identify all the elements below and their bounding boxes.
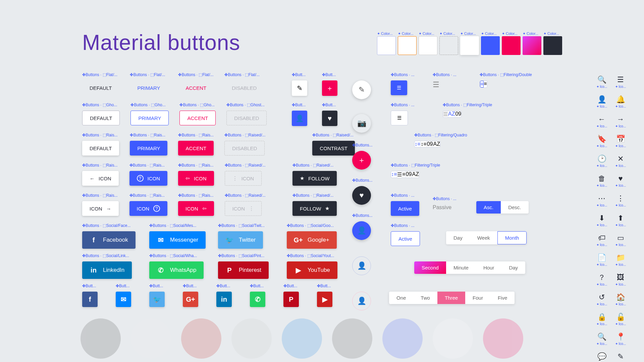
person-icon-button[interactable]: 👤 xyxy=(292,111,307,126)
sort-desc-icon[interactable]: ↕≡ xyxy=(421,141,427,147)
calendar-icon[interactable]: 📅 xyxy=(616,135,625,143)
google-button[interactable]: G+Google+ xyxy=(287,231,337,249)
color-swatch[interactable] xyxy=(419,36,437,55)
file-icon[interactable]: 📄 xyxy=(597,253,606,262)
sort-lines-icon[interactable]: ☰ xyxy=(433,80,439,89)
history-icon[interactable]: ↺ xyxy=(597,293,606,302)
tablet-icon[interactable]: ▭ xyxy=(616,234,625,242)
color-swatch[interactable] xyxy=(377,36,396,55)
color-swatch[interactable] xyxy=(502,36,521,55)
sort-09-icon[interactable]: 09 xyxy=(406,171,412,178)
color-swatch[interactable] xyxy=(439,36,458,55)
add-icon-button[interactable]: ＋ xyxy=(322,80,337,96)
ghost-accent-button[interactable]: ACCENT xyxy=(179,111,216,125)
heart-icon[interactable]: ♥ xyxy=(616,174,625,183)
filter-triple-2[interactable]: ↕≡ ☰ ≡ 09 AZ xyxy=(391,171,419,178)
align-left-icon[interactable]: ≡ xyxy=(480,81,484,87)
num5-two[interactable]: Two xyxy=(413,292,437,304)
fab-camera[interactable]: 📷 xyxy=(352,114,371,133)
ghost-default-button[interactable]: DEFAULT xyxy=(82,111,120,125)
fab-add[interactable]: ＋ xyxy=(352,151,371,170)
sort-asc-icon[interactable]: ↕≡ xyxy=(415,141,421,147)
close-icon[interactable]: ✕ xyxy=(616,155,625,163)
sort-lines-icon[interactable]: ☰ xyxy=(443,111,448,117)
sort-asc-icon[interactable]: ↕≡ xyxy=(391,171,397,178)
num5-seg[interactable]: OneTwoThreeFourFive xyxy=(389,292,515,304)
sort-lines-icon[interactable]: ☰ xyxy=(397,171,402,178)
sort-outline-button[interactable]: ☰ xyxy=(391,111,408,125)
facebook-button[interactable]: fFacebook xyxy=(82,231,136,249)
twitter-button[interactable]: 🐦Twitter xyxy=(218,231,263,249)
whatsapp-button[interactable]: ✆WhatsApp xyxy=(149,261,204,279)
raised-accent-button[interactable]: ACCENT xyxy=(178,141,214,156)
messenger-button[interactable]: ✉Messenger xyxy=(149,231,206,249)
time3-day[interactable]: Day xyxy=(446,231,470,244)
trash-icon[interactable]: 🗑 xyxy=(597,174,606,183)
filter-quadro[interactable]: ↕≡ ↕≡ 09 AZ xyxy=(414,141,440,147)
num5-four[interactable]: Four xyxy=(465,292,490,304)
youtube-button[interactable]: ▶YouTube xyxy=(287,261,337,279)
color-swatch[interactable] xyxy=(543,36,562,55)
active-outline-button[interactable]: Active xyxy=(391,231,420,246)
time4-second[interactable]: Second xyxy=(414,261,446,274)
fab-person[interactable]: 👤 xyxy=(352,221,371,240)
fab-heart[interactable]: ♥ xyxy=(352,186,371,205)
asc-button[interactable]: Asc. xyxy=(476,201,501,214)
raised-icon-forward-button[interactable]: ICON→ xyxy=(82,201,119,216)
filter-triple-1[interactable]: ☰ AZ 09 xyxy=(443,111,462,118)
google-square-button[interactable]: G+ xyxy=(183,292,198,307)
more-horiz-icon[interactable]: ⋯ xyxy=(597,194,606,203)
bookmark-icon[interactable]: 🔖 xyxy=(597,135,606,143)
desc-button[interactable]: Desc. xyxy=(501,201,528,214)
follow-star-right-button[interactable]: FOLLOW★ xyxy=(292,201,337,216)
fab-outline-person[interactable]: 👤 xyxy=(352,256,371,275)
youtube-square-button[interactable]: ▶ xyxy=(317,292,332,307)
time4-hour[interactable]: Hour xyxy=(476,261,502,274)
menu-icon[interactable]: ☰ xyxy=(616,75,625,84)
sort-button-primary[interactable]: ☰ xyxy=(391,80,407,95)
heart-icon-button[interactable]: ♥ xyxy=(322,111,337,126)
linkedin-button[interactable]: inLinkedIn xyxy=(82,261,132,279)
time4-minute[interactable]: Minute xyxy=(446,261,476,274)
fab-outline-person-accent[interactable]: 👤 xyxy=(352,292,371,310)
home-icon[interactable]: 🏠 xyxy=(616,293,625,302)
raised-icon-help-right-button[interactable]: ICON? xyxy=(129,201,168,216)
num5-three[interactable]: Three xyxy=(437,292,465,304)
clock-icon[interactable]: 🕑 xyxy=(597,155,606,163)
facebook-square-button[interactable]: f xyxy=(82,292,98,307)
help-icon[interactable]: ？ xyxy=(597,273,606,282)
download-icon[interactable]: ⬇ xyxy=(597,214,606,223)
bell-icon[interactable]: 🔔 xyxy=(616,95,625,104)
time4-day[interactable]: Day xyxy=(501,261,525,274)
align-center-icon[interactable]: ≡ xyxy=(402,171,406,178)
more-vert-icon[interactable]: ⋮ xyxy=(616,194,625,203)
num5-five[interactable]: Five xyxy=(490,292,515,304)
passive-label[interactable]: Passive xyxy=(433,204,451,210)
twitter-square-button[interactable]: 🐦 xyxy=(149,292,165,307)
filter-double[interactable]: ≡ ≡ xyxy=(480,80,487,88)
raised-icon-share-right-button[interactable]: ICON⇦ xyxy=(178,201,214,216)
pinterest-square-button[interactable]: P xyxy=(283,292,299,307)
flat-default-button[interactable]: DEFAULT xyxy=(82,80,119,95)
flat-accent-button[interactable]: ACCENT xyxy=(178,80,214,95)
image-icon[interactable]: 🖼 xyxy=(616,273,625,282)
time4-seg[interactable]: SecondMinuteHourDay xyxy=(414,261,525,274)
raised-contrast-button[interactable]: CONTRAST xyxy=(312,141,355,156)
messenger-square-button[interactable]: ✉ xyxy=(116,292,131,307)
sort-09-icon[interactable]: 09 xyxy=(455,111,461,117)
num5-one[interactable]: One xyxy=(389,292,413,304)
flat-primary-button[interactable]: PRIMARY xyxy=(130,80,167,95)
edit-icon-button[interactable]: ✎ xyxy=(292,80,307,96)
align-right-icon[interactable]: ≡ xyxy=(484,81,487,87)
search-icon[interactable]: 🔍 xyxy=(597,75,606,84)
follow-star-left-button[interactable]: ★FOLLOW xyxy=(292,171,337,186)
color-swatch[interactable] xyxy=(398,36,417,55)
sort-az-icon[interactable]: AZ xyxy=(448,111,455,117)
pinterest-button[interactable]: PPinterest xyxy=(218,261,269,279)
folder-icon[interactable]: 📁 xyxy=(616,253,625,262)
linkedin-square-button[interactable]: in xyxy=(216,292,232,307)
color-swatch[interactable] xyxy=(523,36,541,55)
asc-desc-seg[interactable]: Asc. Desc. xyxy=(476,201,529,214)
raised-default-button[interactable]: DEFAULT xyxy=(82,141,119,156)
raised-icon-share-button[interactable]: ⇦ICON xyxy=(178,171,214,186)
